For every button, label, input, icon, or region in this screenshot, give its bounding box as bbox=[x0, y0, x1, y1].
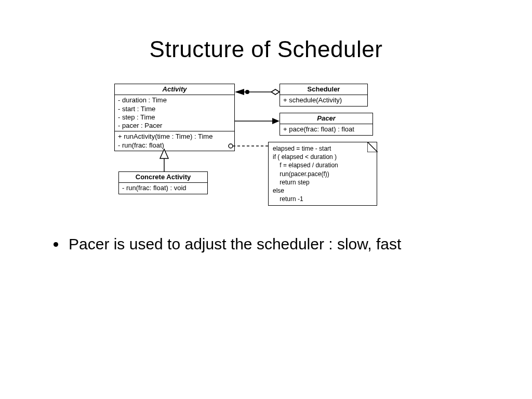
attribute: - step : Time bbox=[118, 113, 231, 122]
svg-marker-2 bbox=[271, 89, 280, 95]
attribute: - duration : Time bbox=[118, 96, 231, 104]
class-name: Pacer bbox=[280, 113, 373, 124]
attribute: - pacer : Pacer bbox=[118, 122, 231, 130]
note-text: elapsed = time - start if ( elapsed < du… bbox=[273, 144, 373, 203]
uml-class-concrete-activity: Concrete Activity - run(frac: float) : v… bbox=[118, 171, 208, 194]
operation: - run(frac: float) : void bbox=[122, 184, 204, 192]
association-activity-pacer bbox=[235, 118, 280, 124]
uml-note: elapsed = time - start if ( elapsed < du… bbox=[268, 142, 377, 206]
uml-class-pacer: Pacer + pace(frac: float) : float bbox=[280, 113, 373, 136]
bullet-list: Pacer is used to adjust the scheduler : … bbox=[51, 234, 482, 255]
operation: + pace(frac: float) : float bbox=[283, 125, 369, 134]
operation: + schedule(Activity) bbox=[283, 96, 364, 104]
note-fold-icon bbox=[367, 142, 378, 152]
operation: + runActivity(time : Time) : Time bbox=[118, 132, 231, 141]
operation: - run(frac: float) bbox=[118, 141, 231, 150]
class-name: Concrete Activity bbox=[119, 172, 207, 183]
uml-class-scheduler: Scheduler + schedule(Activity) bbox=[280, 84, 368, 107]
slide-title: Structure of Scheduler bbox=[0, 36, 532, 62]
class-name: Scheduler bbox=[280, 84, 367, 95]
svg-marker-6 bbox=[272, 118, 280, 124]
uml-class-activity: Activity - duration : Time - start : Tim… bbox=[114, 84, 235, 151]
attribute: - start : Time bbox=[118, 105, 231, 113]
svg-point-4 bbox=[245, 90, 249, 94]
uml-diagram: Activity - duration : Time - start : Tim… bbox=[114, 81, 395, 216]
class-name: Activity bbox=[115, 84, 234, 95]
svg-marker-3 bbox=[235, 89, 244, 95]
aggregation-scheduler-activity bbox=[235, 89, 280, 95]
generalization-concrete-activity bbox=[160, 149, 168, 171]
bullet-item: Pacer is used to adjust the scheduler : … bbox=[66, 234, 482, 255]
